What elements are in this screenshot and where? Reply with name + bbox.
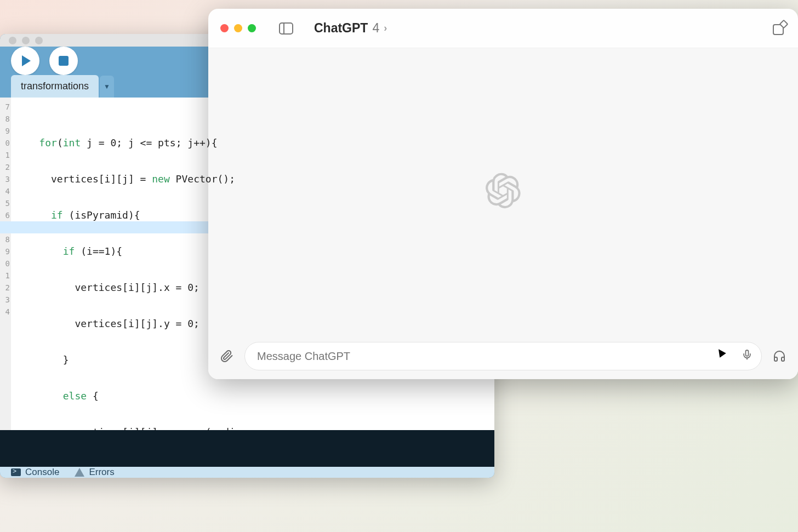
ide-traffic-lights xyxy=(9,37,43,44)
ide-traffic-max[interactable] xyxy=(35,37,43,44)
chat-title-main: ChatGPT xyxy=(314,21,368,36)
ide-traffic-close[interactable] xyxy=(9,37,16,44)
chat-title[interactable]: ChatGPT 4 › xyxy=(314,21,387,36)
chat-title-model: 4 xyxy=(372,21,379,36)
mic-button[interactable] xyxy=(742,350,753,363)
bottom-tab-console-label: Console xyxy=(25,467,59,478)
ide-traffic-min[interactable] xyxy=(22,37,30,44)
terminal-icon xyxy=(11,468,21,476)
run-button[interactable] xyxy=(11,47,39,75)
ide-console-output xyxy=(0,430,494,467)
bottom-tab-errors-label: Errors xyxy=(89,467,114,478)
chevron-right-icon: › xyxy=(384,22,387,34)
close-button[interactable] xyxy=(220,24,229,32)
mic-icon xyxy=(742,350,753,361)
line-number-gutter: 789 012 345 678 901 234 xyxy=(0,98,11,430)
maximize-button[interactable] xyxy=(248,24,256,32)
tab-dropdown[interactable]: ▼ xyxy=(100,76,114,98)
warning-icon xyxy=(75,468,84,477)
sidebar-toggle-button[interactable] xyxy=(279,22,293,35)
bottom-tab-errors[interactable]: Errors xyxy=(75,467,114,478)
play-icon xyxy=(22,55,31,66)
minimize-button[interactable] xyxy=(234,24,242,32)
bottom-tab-console[interactable]: Console xyxy=(11,467,59,478)
new-chat-button[interactable] xyxy=(773,22,786,35)
stop-button[interactable] xyxy=(49,47,78,75)
chat-titlebar: ChatGPT 4 › xyxy=(208,9,798,48)
stop-icon xyxy=(59,56,69,66)
headphones-icon xyxy=(773,350,786,363)
tab-transformations[interactable]: transformations xyxy=(11,75,99,98)
voice-mode-button[interactable] xyxy=(771,347,788,365)
ide-bottom-tabs: Console Errors xyxy=(0,467,494,478)
chat-traffic-lights xyxy=(220,24,256,32)
